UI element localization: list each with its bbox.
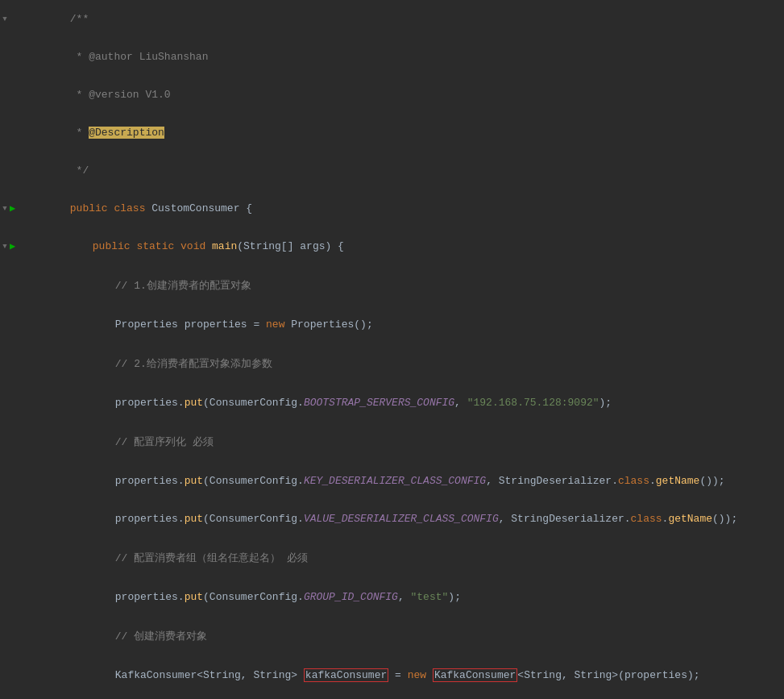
comment-desc-prefix: * (70, 127, 89, 139)
code-14e: ()); (712, 513, 737, 525)
field-val-deser: VALUE_DESERIALIZER_CLASS_CONFIG (304, 513, 499, 525)
code-18a: KafkaConsumer<String, String> (115, 669, 304, 681)
line-15: // 配置消费者组（组名任意起名） 必须 (0, 538, 784, 578)
line-6: ▼ ▶ public class CustomConsumer { (0, 189, 784, 227)
fold-marker-7[interactable]: ▼ (0, 243, 10, 251)
kw-class14: class (631, 513, 662, 525)
comment-line12: // 配置序列化 必须 (115, 436, 214, 448)
method-main: main (212, 240, 237, 252)
line-14: properties.put(ConsumerConfig.VALUE_DESE… (0, 500, 784, 538)
string-ip: "192.168.75.128:9092" (467, 397, 599, 409)
code-14a: properties. (115, 513, 185, 525)
code-18b: = (388, 669, 407, 681)
field-bootstrap: BOOTSTRAP_SERVERS_CONFIG (304, 397, 454, 409)
code-16d: ); (448, 591, 461, 603)
code-editor: ▼ /** * @author LiuShanshan * @version V… (0, 0, 784, 699)
method-put11: put (185, 397, 203, 409)
comment-end: */ (70, 164, 89, 177)
field-group-id: GROUP_ID_CONFIG (304, 591, 398, 603)
code-16b: (ConsumerConfig. (203, 591, 304, 603)
line-11: properties.put(ConsumerConfig.BOOTSTRAP_… (0, 384, 784, 422)
box-kafkaconsumer-cls: KafkaConsumer (433, 668, 517, 682)
comment-author: * @author LiuShanshan (70, 51, 209, 63)
kw-new9: new (266, 318, 291, 331)
line-13: properties.put(ConsumerConfig.KEY_DESERI… (0, 462, 784, 500)
line-3: * @version V1.0 (0, 76, 784, 114)
code-11d: ); (599, 397, 612, 409)
line-16: properties.put(ConsumerConfig.GROUP_ID_C… (0, 578, 784, 616)
comment-line17: // 创建消费者对象 (115, 630, 207, 643)
line-9: Properties properties = new Properties()… (0, 306, 784, 343)
code-13b: (ConsumerConfig. (203, 475, 304, 487)
kw-class: class (114, 202, 151, 214)
comment-text: /** (70, 13, 89, 25)
kw-public: public (70, 202, 114, 214)
comment-line15: // 配置消费者组（组名任意起名） 必须 (115, 552, 308, 564)
line-5: */ (0, 152, 784, 189)
code-16a: properties. (115, 591, 185, 603)
fold-marker-6[interactable]: ▼ (0, 205, 10, 213)
field-key-deser: KEY_DESERIALIZER_CLASS_CONFIG (304, 475, 486, 487)
method-put13: put (185, 475, 203, 487)
main-params: (String[] args) { (237, 240, 344, 252)
method-getname13: getName (656, 475, 700, 487)
run-button-6[interactable]: ▶ (10, 202, 21, 214)
line-4: * @Description (0, 114, 784, 152)
comment-line8: // 1.创建消费者的配置对象 (115, 280, 251, 292)
code-16c: , (398, 591, 411, 603)
box-kafkaconsumer-var: kafkaConsumer (304, 668, 388, 682)
line-2: * @author LiuShanshan (0, 38, 784, 76)
kw-new18: new (408, 669, 433, 681)
comment-line10: // 2.给消费者配置对象添加参数 (115, 358, 272, 370)
code-11a: properties. (115, 397, 185, 409)
class-name: CustomConsumer { (151, 202, 252, 214)
line-18: KafkaConsumer<String, String> kafkaConsu… (0, 656, 784, 694)
comment-version: * @version V1.0 (70, 89, 171, 101)
line-17: // 创建消费者对象 (0, 616, 784, 656)
kw-class13: class (618, 475, 649, 487)
code-line9b: Properties(); (291, 318, 372, 331)
kw-void: void (180, 240, 212, 252)
string-test: "test" (411, 591, 449, 603)
code-13d: . (649, 475, 656, 487)
line-10: // 2.给消费者配置对象添加参数 (0, 343, 784, 384)
method-getname14: getName (668, 513, 712, 525)
method-put14: put (185, 513, 203, 525)
code-11b: (ConsumerConfig. (203, 397, 304, 409)
code-line9: Properties properties = (115, 318, 266, 331)
kw-public2: public (93, 240, 137, 252)
code-13e: ()); (699, 475, 724, 487)
code-11c: , (454, 397, 467, 409)
method-put16: put (185, 591, 203, 603)
line-8: // 1.创建消费者的配置对象 (0, 265, 784, 306)
code-14b: (ConsumerConfig. (203, 513, 304, 525)
line-19: // 注册要消费的主题（可以消费多个主题） (0, 694, 784, 699)
run-button-7[interactable]: ▶ (10, 240, 21, 252)
code-14c: , StringDeserializer. (499, 513, 631, 525)
comment-desc-highlight: @Description (89, 127, 164, 139)
line-12: // 配置序列化 必须 (0, 422, 784, 462)
code-13c: , StringDeserializer. (486, 475, 618, 487)
fold-marker-1[interactable]: ▼ (0, 15, 10, 23)
kw-static: static (136, 240, 180, 252)
code-18c: <String, String>(properties); (517, 669, 699, 681)
line-1: ▼ /** (0, 0, 784, 38)
code-13a: properties. (115, 475, 185, 487)
line-7: ▼ ▶ public static void main(String[] arg… (0, 227, 784, 265)
